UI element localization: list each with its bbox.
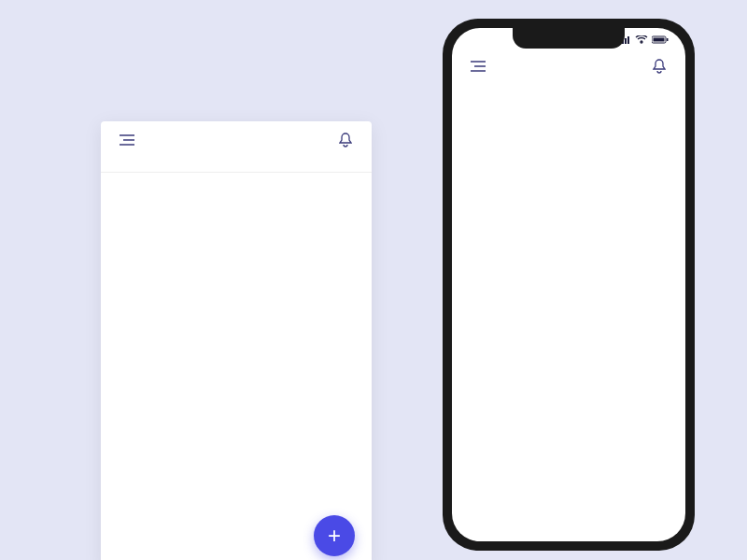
menu-icon[interactable] [469, 57, 487, 76]
calendar-header [101, 121, 372, 157]
calendar-panel: + [101, 121, 372, 560]
bell-icon[interactable] [336, 131, 355, 149]
timeline-header [452, 48, 685, 83]
status-icons [618, 35, 669, 44]
phone-notch [513, 28, 625, 49]
menu-icon[interactable] [118, 131, 136, 149]
svg-rect-1 [654, 38, 665, 42]
date-row [101, 161, 372, 173]
bell-icon[interactable] [650, 57, 669, 76]
wifi-icon [635, 35, 648, 44]
svg-rect-2 [667, 38, 669, 41]
battery-icon [652, 35, 669, 44]
phone-screen [452, 28, 685, 541]
timeline-body[interactable] [452, 83, 685, 540]
add-button[interactable]: + [314, 515, 355, 556]
schedule-area [101, 173, 372, 184]
phone-frame [443, 19, 695, 551]
